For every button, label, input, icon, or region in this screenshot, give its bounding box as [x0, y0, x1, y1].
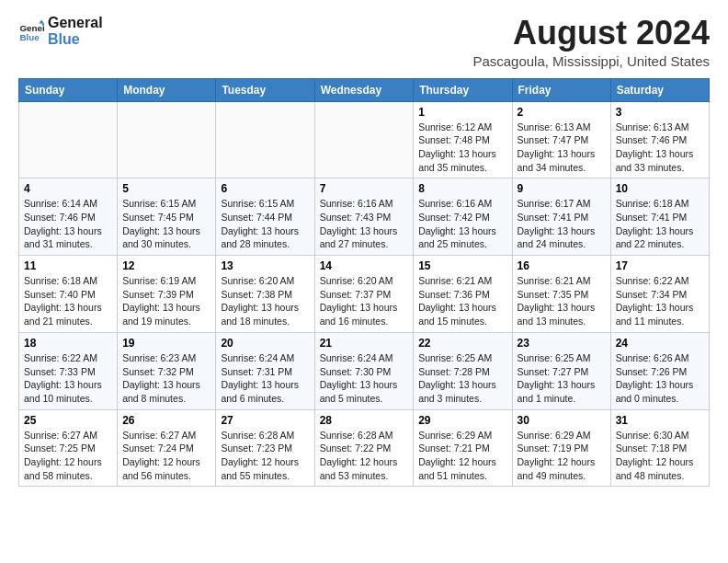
day-info: Sunrise: 6:20 AM Sunset: 7:37 PM Dayligh…	[320, 274, 409, 328]
day-number: 25	[24, 414, 112, 427]
day-info: Sunrise: 6:17 AM Sunset: 7:41 PM Dayligh…	[518, 197, 606, 251]
calendar-header-tuesday: Tuesday	[216, 78, 314, 101]
calendar-header-monday: Monday	[118, 78, 216, 101]
calendar-header-sunday: Sunday	[19, 78, 118, 101]
calendar-cell: 27Sunrise: 6:28 AM Sunset: 7:23 PM Dayli…	[216, 409, 314, 487]
day-number: 27	[221, 414, 309, 427]
calendar-cell: 28Sunrise: 6:28 AM Sunset: 7:22 PM Dayli…	[314, 409, 414, 487]
day-info: Sunrise: 6:12 AM Sunset: 7:48 PM Dayligh…	[418, 121, 506, 175]
day-info: Sunrise: 6:29 AM Sunset: 7:21 PM Dayligh…	[418, 429, 506, 483]
title-block: August 2024 Pascagoula, Mississippi, Uni…	[472, 15, 710, 69]
day-number: 18	[24, 337, 112, 350]
day-info: Sunrise: 6:27 AM Sunset: 7:25 PM Dayligh…	[24, 429, 112, 483]
day-info: Sunrise: 6:28 AM Sunset: 7:23 PM Dayligh…	[221, 429, 309, 483]
calendar-cell: 14Sunrise: 6:20 AM Sunset: 7:37 PM Dayli…	[314, 256, 414, 333]
calendar-cell	[19, 101, 118, 178]
day-info: Sunrise: 6:20 AM Sunset: 7:38 PM Dayligh…	[221, 274, 309, 328]
day-number: 17	[616, 259, 704, 272]
day-number: 11	[24, 259, 112, 272]
calendar-header-row: SundayMondayTuesdayWednesdayThursdayFrid…	[19, 78, 710, 101]
calendar-cell: 15Sunrise: 6:21 AM Sunset: 7:36 PM Dayli…	[414, 256, 512, 333]
day-info: Sunrise: 6:22 AM Sunset: 7:33 PM Dayligh…	[24, 351, 112, 406]
calendar-cell: 9Sunrise: 6:17 AM Sunset: 7:41 PM Daylig…	[512, 178, 610, 256]
calendar-cell: 29Sunrise: 6:29 AM Sunset: 7:21 PM Dayli…	[414, 409, 512, 487]
calendar-header-saturday: Saturday	[610, 78, 709, 101]
calendar-cell: 5Sunrise: 6:15 AM Sunset: 7:45 PM Daylig…	[118, 178, 216, 256]
calendar-cell: 3Sunrise: 6:13 AM Sunset: 7:46 PM Daylig…	[610, 101, 709, 178]
day-info: Sunrise: 6:16 AM Sunset: 7:43 PM Dayligh…	[320, 197, 409, 251]
day-info: Sunrise: 6:18 AM Sunset: 7:40 PM Dayligh…	[24, 274, 112, 328]
calendar-cell: 11Sunrise: 6:18 AM Sunset: 7:40 PM Dayli…	[19, 256, 118, 333]
calendar-cell	[118, 101, 216, 178]
calendar-cell: 8Sunrise: 6:16 AM Sunset: 7:42 PM Daylig…	[414, 178, 512, 256]
day-info: Sunrise: 6:24 AM Sunset: 7:30 PM Dayligh…	[320, 351, 409, 406]
calendar-cell: 16Sunrise: 6:21 AM Sunset: 7:35 PM Dayli…	[512, 256, 610, 333]
day-info: Sunrise: 6:23 AM Sunset: 7:32 PM Dayligh…	[122, 351, 210, 406]
page-header: General Blue General Blue August 2024 Pa…	[18, 15, 710, 69]
day-number: 24	[616, 337, 704, 350]
logo-icon: General Blue	[18, 18, 44, 44]
calendar-header-friday: Friday	[512, 78, 610, 101]
day-info: Sunrise: 6:16 AM Sunset: 7:42 PM Dayligh…	[418, 197, 506, 251]
day-number: 15	[418, 259, 506, 272]
calendar-cell: 4Sunrise: 6:14 AM Sunset: 7:46 PM Daylig…	[19, 178, 118, 256]
day-info: Sunrise: 6:13 AM Sunset: 7:46 PM Dayligh…	[616, 121, 704, 175]
calendar-cell: 10Sunrise: 6:18 AM Sunset: 7:41 PM Dayli…	[610, 178, 709, 256]
calendar-week-row: 1Sunrise: 6:12 AM Sunset: 7:48 PM Daylig…	[19, 101, 710, 178]
day-info: Sunrise: 6:24 AM Sunset: 7:31 PM Dayligh…	[221, 351, 309, 406]
logo-line2: Blue	[48, 31, 103, 48]
calendar-week-row: 25Sunrise: 6:27 AM Sunset: 7:25 PM Dayli…	[19, 409, 710, 487]
day-info: Sunrise: 6:26 AM Sunset: 7:26 PM Dayligh…	[616, 351, 704, 406]
calendar-cell: 19Sunrise: 6:23 AM Sunset: 7:32 PM Dayli…	[118, 332, 216, 409]
day-number: 26	[122, 414, 210, 427]
day-info: Sunrise: 6:22 AM Sunset: 7:34 PM Dayligh…	[616, 274, 704, 328]
svg-marker-2	[39, 19, 44, 23]
day-number: 3	[616, 106, 704, 119]
day-info: Sunrise: 6:15 AM Sunset: 7:45 PM Dayligh…	[122, 197, 210, 251]
day-number: 28	[320, 414, 409, 427]
calendar-cell: 31Sunrise: 6:30 AM Sunset: 7:18 PM Dayli…	[610, 409, 709, 487]
calendar-cell: 13Sunrise: 6:20 AM Sunset: 7:38 PM Dayli…	[216, 256, 314, 333]
day-number: 19	[122, 337, 210, 350]
calendar-cell: 30Sunrise: 6:29 AM Sunset: 7:19 PM Dayli…	[512, 409, 610, 487]
calendar-week-row: 18Sunrise: 6:22 AM Sunset: 7:33 PM Dayli…	[19, 332, 710, 409]
calendar-header-thursday: Thursday	[414, 78, 512, 101]
calendar-cell: 22Sunrise: 6:25 AM Sunset: 7:28 PM Dayli…	[414, 332, 512, 409]
svg-text:Blue: Blue	[19, 31, 40, 41]
day-info: Sunrise: 6:30 AM Sunset: 7:18 PM Dayligh…	[616, 429, 704, 483]
day-number: 31	[616, 414, 704, 427]
calendar-cell: 12Sunrise: 6:19 AM Sunset: 7:39 PM Dayli…	[118, 256, 216, 333]
day-number: 13	[221, 259, 309, 272]
logo: General Blue General Blue	[18, 15, 103, 47]
calendar-cell: 21Sunrise: 6:24 AM Sunset: 7:30 PM Dayli…	[314, 332, 414, 409]
calendar-cell: 17Sunrise: 6:22 AM Sunset: 7:34 PM Dayli…	[610, 256, 709, 333]
page-title: August 2024	[472, 15, 710, 52]
day-info: Sunrise: 6:21 AM Sunset: 7:36 PM Dayligh…	[418, 274, 506, 328]
day-info: Sunrise: 6:25 AM Sunset: 7:27 PM Dayligh…	[518, 351, 606, 406]
day-info: Sunrise: 6:28 AM Sunset: 7:22 PM Dayligh…	[320, 429, 409, 483]
day-info: Sunrise: 6:18 AM Sunset: 7:41 PM Dayligh…	[616, 197, 704, 251]
day-number: 9	[518, 182, 606, 195]
day-number: 10	[616, 182, 704, 195]
calendar-cell: 24Sunrise: 6:26 AM Sunset: 7:26 PM Dayli…	[610, 332, 709, 409]
day-number: 2	[518, 106, 606, 119]
calendar-header-wednesday: Wednesday	[314, 78, 414, 101]
day-info: Sunrise: 6:14 AM Sunset: 7:46 PM Dayligh…	[24, 197, 112, 251]
day-number: 6	[221, 182, 309, 195]
calendar-cell: 26Sunrise: 6:27 AM Sunset: 7:24 PM Dayli…	[118, 409, 216, 487]
day-number: 29	[418, 414, 506, 427]
day-info: Sunrise: 6:29 AM Sunset: 7:19 PM Dayligh…	[518, 429, 606, 483]
calendar-cell: 7Sunrise: 6:16 AM Sunset: 7:43 PM Daylig…	[314, 178, 414, 256]
calendar-cell: 1Sunrise: 6:12 AM Sunset: 7:48 PM Daylig…	[414, 101, 512, 178]
logo-line1: General	[48, 15, 103, 31]
day-number: 23	[518, 337, 606, 350]
calendar-cell	[314, 101, 414, 178]
calendar-cell: 23Sunrise: 6:25 AM Sunset: 7:27 PM Dayli…	[512, 332, 610, 409]
day-info: Sunrise: 6:25 AM Sunset: 7:28 PM Dayligh…	[418, 351, 506, 406]
day-number: 14	[320, 259, 409, 272]
day-info: Sunrise: 6:21 AM Sunset: 7:35 PM Dayligh…	[518, 274, 606, 328]
calendar-table: SundayMondayTuesdayWednesdayThursdayFrid…	[18, 78, 710, 488]
calendar-week-row: 11Sunrise: 6:18 AM Sunset: 7:40 PM Dayli…	[19, 256, 710, 333]
page-subtitle: Pascagoula, Mississippi, United States	[472, 53, 710, 69]
day-number: 12	[122, 259, 210, 272]
